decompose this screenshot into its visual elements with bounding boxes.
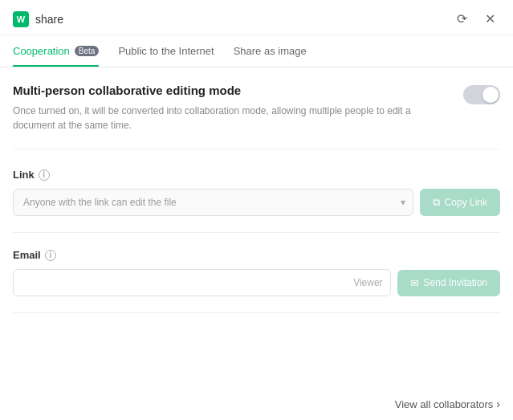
main-content: Multi-person collaborative editing mode … (0, 67, 513, 388)
copy-icon: ⧉ (433, 196, 440, 209)
tabs-bar: Cooperation Beta Public to the Internet … (0, 35, 513, 67)
email-info-icon[interactable]: i (45, 250, 56, 261)
refresh-button[interactable]: ⟳ (452, 10, 472, 28)
link-permission-select[interactable]: Anyone with the link can edit the file (13, 189, 413, 216)
send-invitation-button[interactable]: ✉ Send Invitation (397, 270, 500, 296)
app-icon: W (13, 11, 29, 27)
link-section: Link i Anyone with the link can edit the… (13, 169, 500, 233)
email-input-wrapper: Viewer (13, 269, 391, 296)
link-label-text: Link (13, 169, 35, 181)
view-all-collaborators-link[interactable]: View all collaborators › (395, 398, 500, 410)
chevron-right-icon: › (496, 398, 500, 410)
link-row: Anyone with the link can edit the file ▾… (13, 189, 500, 216)
title-bar: W share ⟳ ✕ (0, 0, 513, 35)
email-row: Viewer ✉ Send Invitation (13, 269, 500, 296)
close-button[interactable]: ✕ (480, 10, 500, 28)
app-title: share (35, 13, 63, 26)
send-icon: ✉ (410, 277, 419, 289)
email-label: Email i (13, 249, 500, 261)
tab-share-image[interactable]: Share as image (234, 35, 307, 67)
collab-desc: Once turned on, it will be converted int… (13, 104, 447, 133)
view-all-label: View all collaborators (395, 398, 494, 410)
collab-text: Multi-person collaborative editing mode … (13, 84, 463, 133)
email-label-text: Email (13, 249, 41, 261)
collab-section: Multi-person collaborative editing mode … (13, 84, 500, 149)
link-info-icon[interactable]: i (39, 169, 50, 181)
collab-title: Multi-person collaborative editing mode (13, 84, 447, 97)
title-left: W share (13, 11, 63, 27)
copy-link-label: Copy Link (445, 197, 487, 208)
collab-toggle[interactable] (463, 85, 500, 104)
footer: View all collaborators › (0, 388, 513, 420)
title-actions: ⟳ ✕ (452, 10, 500, 28)
viewer-label: Viewer (353, 277, 382, 288)
email-section: Email i Viewer ✉ Send Invitation (13, 249, 500, 313)
tab-share-image-label: Share as image (234, 45, 307, 57)
tab-cooperation-label: Cooperation (13, 45, 70, 57)
email-input[interactable] (13, 269, 391, 296)
link-select-wrapper: Anyone with the link can edit the file ▾ (13, 189, 413, 216)
tab-public-label: Public to the Internet (118, 45, 214, 57)
tab-cooperation[interactable]: Cooperation Beta (13, 35, 99, 67)
copy-link-button[interactable]: ⧉ Copy Link (420, 189, 500, 216)
link-label: Link i (13, 169, 500, 181)
beta-badge: Beta (75, 46, 100, 56)
tab-public[interactable]: Public to the Internet (118, 35, 214, 67)
send-invitation-label: Send Invitation (424, 277, 487, 288)
